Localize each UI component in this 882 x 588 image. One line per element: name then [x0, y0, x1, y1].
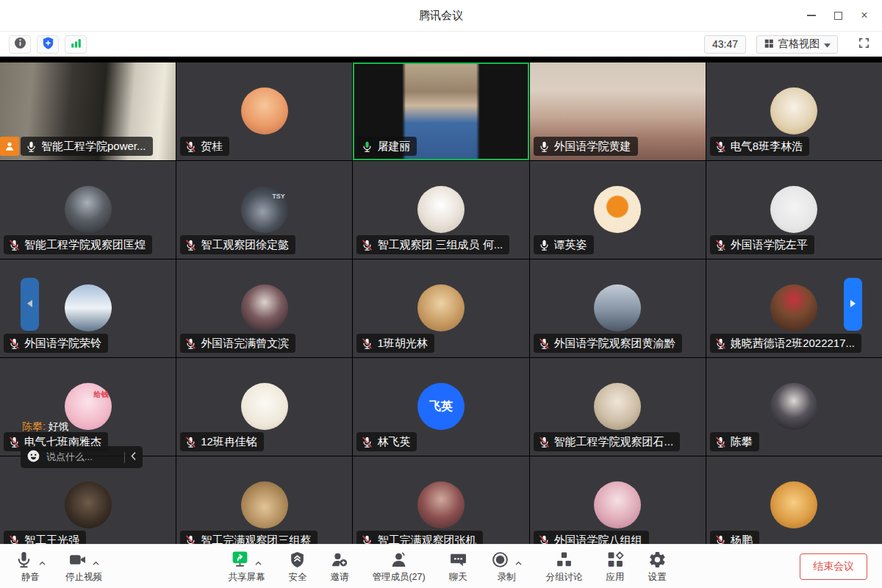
close-button[interactable]: ×	[851, 0, 878, 31]
chat-message-sender: 陈攀:	[22, 420, 46, 432]
participant-name: 电气8班李林浩	[731, 140, 803, 154]
name-plate: 外国语学院观察团黄渝黔	[534, 334, 682, 353]
chat-input-bar[interactable]: 说点什么...	[21, 446, 143, 468]
network-signal-button[interactable]	[65, 35, 87, 54]
participant-avatar: 飞英	[417, 383, 465, 430]
participant-tile[interactable]: 外国语学院观察团黄渝黔	[530, 259, 706, 357]
toolbar-manage-members-button[interactable]: 管理成员(27)	[372, 550, 425, 584]
participant-avatar	[241, 87, 288, 135]
presenter-badge	[0, 137, 19, 156]
participant-tile[interactable]: TSY智工观察团徐定懿	[176, 161, 352, 259]
bottom-toolbar: 静音停止视频 共享屏幕安全邀请管理成员(27)聊天录制分组讨论应用设置 结束会议	[0, 544, 882, 588]
mic-muted-icon	[184, 239, 197, 251]
participant-name: 智能工程学院观察团匡煌	[24, 238, 146, 252]
mic-on-icon	[538, 140, 551, 153]
toolbar-stop-video-button[interactable]: 停止视频	[65, 550, 102, 584]
mic-muted-icon	[714, 239, 727, 251]
name-plate: 智能工程学院观察团匡煌	[4, 235, 152, 254]
mic-active-icon	[361, 140, 373, 153]
toolbar-settings-button[interactable]: 设置	[648, 550, 667, 584]
next-page-button[interactable]	[844, 278, 862, 331]
name-plate: 屠建丽	[356, 137, 417, 156]
mic-on-icon	[25, 140, 37, 153]
chevron-up-icon[interactable]	[38, 556, 46, 569]
participant-tile[interactable]: 智能工程学院power...	[0, 62, 176, 160]
participant-name: 外国语学院左平	[731, 238, 808, 252]
name-plate: 1班胡光林	[356, 334, 434, 353]
maximize-button[interactable]	[825, 0, 851, 31]
participant-tile[interactable]: 智能工程学院观察团匡煌	[0, 161, 176, 259]
participant-tile[interactable]: 外国语学院八组组	[530, 456, 706, 544]
participant-tile[interactable]: 贺桂	[176, 62, 352, 160]
participant-tile[interactable]: 智工完满观察团张机	[353, 456, 528, 544]
participant-tile[interactable]: 智工王光强	[0, 456, 176, 544]
participant-avatar	[594, 481, 641, 528]
end-meeting-button[interactable]: 结束会议	[800, 553, 867, 580]
chevron-up-icon[interactable]	[254, 556, 262, 569]
mic-muted-icon	[8, 436, 21, 448]
minimize-button[interactable]	[798, 0, 825, 31]
toolbar-security-button[interactable]: 安全	[288, 550, 306, 584]
chat-message-text: 好饿	[49, 420, 69, 432]
toolbar-chat-button[interactable]: 聊天	[449, 550, 467, 584]
name-plate: 12班冉佳铭	[180, 432, 264, 451]
participant-avatar	[770, 186, 817, 233]
participant-name: 智能工程学院power...	[41, 140, 146, 154]
toolbar-record-button[interactable]: 录制	[491, 550, 523, 584]
toolbar-apps-button[interactable]: 应用	[606, 550, 625, 584]
breakout-rooms-icon	[555, 550, 573, 570]
toolbar-mute-button[interactable]: 静音	[15, 550, 46, 584]
toolbar-breakout-rooms-button[interactable]: 分组讨论	[546, 550, 583, 584]
participant-name: 外国语学院黄建	[554, 140, 631, 154]
participant-tile[interactable]: 12班冉佳铭	[176, 358, 352, 456]
grid-view-icon	[764, 38, 774, 51]
meeting-info-button[interactable]	[9, 35, 31, 54]
chevron-up-icon[interactable]	[514, 556, 523, 569]
participant-name: 外国语学院荣铃	[24, 337, 101, 351]
name-plate: 陈攀	[710, 432, 759, 451]
mic-muted-icon	[538, 337, 551, 350]
fullscreen-button[interactable]	[854, 35, 873, 54]
participant-avatar	[417, 284, 465, 331]
participant-tile[interactable]: 谭英姿	[530, 161, 706, 259]
chat-input-placeholder[interactable]: 说点什么...	[46, 451, 118, 464]
participant-tile[interactable]: 飞英林飞英	[353, 358, 528, 456]
participant-tile[interactable]: 外国语学院黄建	[530, 62, 706, 160]
participant-tile[interactable]: 智能工程学院观察团石...	[530, 358, 706, 456]
participant-grid: 智能工程学院power...贺桂屠建丽外国语学院黄建电气8班李林浩智能工程学院观…	[0, 62, 882, 544]
participant-tile[interactable]: 智工观察团 三组成员 何...	[353, 161, 528, 259]
participant-name: 智工观察团徐定懿	[201, 238, 289, 252]
participant-tile[interactable]: 外国语完满曾文滨	[176, 259, 352, 357]
participant-avatar	[65, 481, 112, 528]
view-selector[interactable]: 宫格视图	[756, 35, 838, 54]
info-icon	[13, 36, 27, 53]
fullscreen-icon	[858, 37, 870, 52]
toolbar-share-screen-button[interactable]: 共享屏幕	[228, 550, 265, 584]
chevron-up-icon[interactable]	[92, 556, 100, 569]
participant-tile[interactable]: 外国语学院左平	[706, 161, 882, 259]
record-icon	[491, 550, 523, 570]
participant-tile[interactable]: 智工完满观察团三组蔡	[176, 456, 352, 544]
participant-tile[interactable]: 屠建丽	[353, 62, 528, 160]
participant-name: 智工完满观察团张机	[377, 534, 476, 545]
mic-muted-icon	[361, 534, 373, 545]
prev-page-button[interactable]	[21, 278, 39, 331]
participant-tile[interactable]: 陈攀	[706, 358, 882, 456]
participant-tile[interactable]: 杨鹏	[706, 456, 882, 544]
security-protect-button[interactable]	[37, 35, 59, 54]
name-plate: 外国语学院黄建	[534, 137, 638, 156]
name-plate: 智工完满观察团三组蔡	[180, 531, 318, 544]
participant-name: 外国语学院观察团黄渝黔	[554, 337, 675, 351]
toolbar-invite-button[interactable]: 邀请	[330, 550, 348, 584]
participant-tile[interactable]: 给钱电气七班南雅杰	[0, 358, 176, 456]
mic-muted-icon	[361, 239, 373, 251]
participant-name: 外国语完满曾文滨	[201, 337, 289, 351]
mic-muted-icon	[8, 534, 21, 545]
collapse-chat-icon[interactable]	[131, 451, 137, 464]
name-plate: 智工王光强	[4, 531, 86, 544]
participant-tile[interactable]: 电气8班李林浩	[706, 62, 882, 160]
participant-name: 智能工程学院观察团石...	[554, 435, 674, 449]
emoji-button[interactable]	[26, 449, 40, 466]
participant-tile[interactable]: 1班胡光林	[353, 259, 528, 357]
invite-icon	[330, 550, 348, 570]
